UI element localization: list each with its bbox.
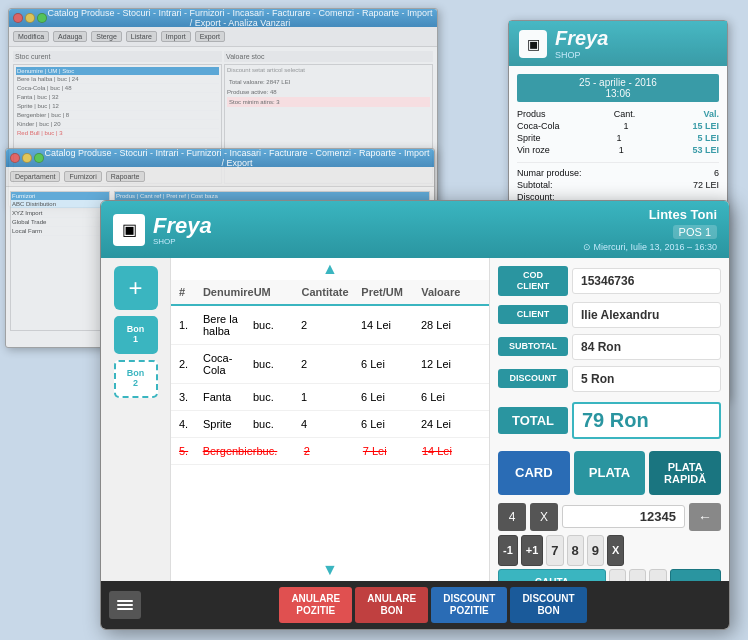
discount-value: 5 Ron [572,366,721,392]
total-value: 79 Ron [572,402,721,439]
col-header-nr: # [179,286,203,298]
table-header: # Denumire UM Cantitate Pret/UM Valoare [171,280,489,306]
bg-toolbar-1: Modifica Adauga Sterge Listare Import Ex… [9,27,437,47]
bottom-buttons: ANULAREPOZITIE ANULAREBON DISCOUNTPOZITI… [145,587,721,623]
menu-line-1 [117,600,133,602]
toolbar-btn[interactable]: Rapoarte [106,171,145,182]
numpad-backspace-button[interactable]: ← [689,503,721,531]
cauta-produs-button[interactable]: CAUTAPRODUS [498,569,606,581]
left-sidebar: + Bon 1 Bon 2 [101,258,171,581]
row-um: buc. [253,391,301,403]
product-area: ▲ # Denumire UM Cantitate Pret/UM Valoar… [171,258,489,581]
cantar-button[interactable]: CANTAR [670,569,721,581]
row-price: 7 Lei [363,445,422,457]
main-pos-body: + Bon 1 Bon 2 ▲ # Denumire UM Cantitate … [101,258,729,581]
row-price: 6 Lei [361,418,421,430]
close-icon[interactable] [10,153,20,163]
bon-2-button[interactable]: Bon 2 [114,360,158,398]
anulare-pozitie-button[interactable]: ANULAREPOZITIE [279,587,352,623]
receipt-item: Sprite15 LEI [517,132,719,144]
row-qty: 2 [301,358,361,370]
bg-title-2: Catalog Produse - Stocuri - Intrari - Fu… [44,148,430,168]
toolbar-btn[interactable]: Sterge [91,31,122,42]
col-header-name: Denumire [203,286,254,298]
receipt-items: ProdusCant.Val. Coca-Cola115 LEI Sprite1… [517,108,719,156]
card-button[interactable]: CARD [498,451,570,495]
minus1-button[interactable]: -1 [498,535,518,566]
numpad-display: 12345 [562,505,685,528]
maximize-icon[interactable] [34,153,44,163]
num5-button[interactable]: 5 [629,569,646,581]
main-logo-icon: ▣ [113,214,145,246]
row-val: 28 Lei [421,319,481,331]
close-icon[interactable] [13,13,23,23]
toolbar-btn[interactable]: Adauga [53,31,87,42]
num9-button[interactable]: 9 [587,535,604,566]
toolbar-btn[interactable]: Export [195,31,225,42]
row-val: 12 Lei [421,358,481,370]
table-row[interactable]: 3. Fanta buc. 1 6 Lei 6 Lei [171,384,489,411]
minimize-icon[interactable] [25,13,35,23]
row-nr: 1. [179,319,203,331]
numpad-top: 4 X 12345 ← [498,503,721,531]
menu-button[interactable] [109,591,141,619]
receipt-brand-sub: SHOP [555,50,608,60]
num7-button[interactable]: 7 [546,535,563,566]
anulare-bon-button[interactable]: ANULAREBON [355,587,428,623]
plata-rapida-button[interactable]: PLATARAPIDĂ [649,451,721,495]
client-value: Ilie Alexandru [572,302,721,328]
table-row[interactable]: 1. Bere la halba buc. 2 14 Lei 28 Lei [171,306,489,345]
main-pos-header: ▣ Freya SHOP Lintes Toni POS 1 ⊙ Miercur… [101,201,729,258]
scroll-up-button[interactable]: ▲ [171,258,489,280]
menu-line-2 [117,604,133,606]
row-um: buc. [253,319,301,331]
row-nr: 4. [179,418,203,430]
bg-title-1: Catalog Produse - Stocuri - Intrari - Fu… [47,8,433,28]
num4-button[interactable]: 4 [609,569,626,581]
pos-name: POS 1 [673,225,717,239]
plata-button[interactable]: PLATA [574,451,646,495]
bon-1-num: 1 [133,335,138,345]
table-row[interactable]: 4. Sprite buc. 4 6 Lei 24 Lei [171,411,489,438]
col-header-val: Valoare [421,286,481,298]
add-product-button[interactable]: + [114,266,158,310]
toolbar-btn[interactable]: Furnizori [64,171,101,182]
row-name: Bergenbier [203,445,257,457]
discount-bon-button[interactable]: DISCOUNTBON [510,587,586,623]
subtotal-value: 84 Ron [572,334,721,360]
discount-pozitie-button[interactable]: DISCOUNTPOZITIE [431,587,507,623]
table-row-strikethrough[interactable]: 5. Bergenbier buc. 2 7 Lei 14 Lei [171,438,489,465]
menu-line-3 [117,608,133,610]
row-qty: 4 [301,418,361,430]
receipt-item: Vin roze153 LEI [517,144,719,156]
client-row: CLIENT Ilie Alexandru [498,302,721,328]
bon-1-button[interactable]: Bon 1 [114,316,158,354]
toolbar-btn[interactable]: Listare [126,31,157,42]
cod-client-value: 15346736 [572,268,721,294]
receipt-brand: Freya [555,27,608,50]
num6-button[interactable]: 6 [649,569,666,581]
maximize-icon[interactable] [37,13,47,23]
row-nr: 5. [179,445,203,457]
row-name: Coca-Cola [203,352,253,376]
main-pos-window: ▣ Freya SHOP Lintes Toni POS 1 ⊙ Miercur… [100,200,730,630]
row-val: 6 Lei [421,391,481,403]
toolbar-btn[interactable]: Departament [10,171,60,182]
action-buttons: CARD PLATA PLATARAPIDĂ [498,451,721,495]
toolbar-btn[interactable]: Import [161,31,191,42]
numpad-x-symbol: X [530,503,558,531]
receipt-stats: Numar produse:6 Subtotal:72 LEI Discount… [517,162,719,203]
row-name: Bere la halba [203,313,253,337]
numpad-area: 4 X 12345 ← -1 +1 7 8 9 X CAUTAPRODUS 4 … [498,503,721,581]
toolbar-btn[interactable]: Modifica [13,31,49,42]
scroll-down-button[interactable]: ▼ [171,559,489,581]
table-row[interactable]: 2. Coca-Cola buc. 2 6 Lei 12 Lei [171,345,489,384]
pos-receipt-header: ▣ Freya SHOP [509,21,727,66]
numpad-x-button[interactable]: X [607,535,624,566]
plus1-button[interactable]: +1 [521,535,544,566]
pos-datetime: ⊙ Miercuri, Iulie 13, 2016 – 16:30 [583,242,717,252]
bon-2-num: 2 [133,379,138,389]
minimize-icon[interactable] [22,153,32,163]
num8-button[interactable]: 8 [567,535,584,566]
subtotal-label: SUBTOTAL [498,337,568,356]
